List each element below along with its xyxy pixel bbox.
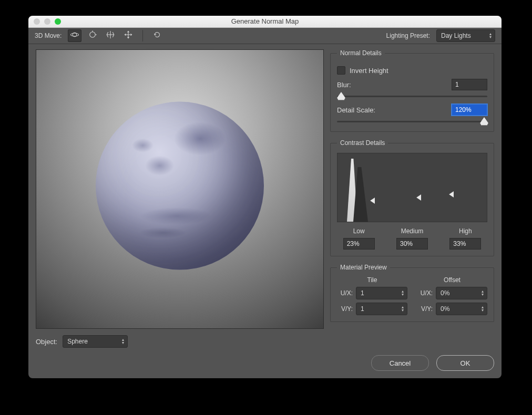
contrast-low-value: 23% <box>347 240 360 247</box>
preview-object <box>96 102 264 270</box>
ok-button-label: OK <box>461 359 470 367</box>
tile-ux-select[interactable]: 1 ▴▾ <box>356 287 407 299</box>
lighting-preset-label: Lighting Preset: <box>386 32 430 39</box>
tile-vy-select[interactable]: 1 ▴▾ <box>356 303 407 315</box>
invert-height-checkbox[interactable] <box>337 66 345 75</box>
contrast-medium-label: Medium <box>401 227 424 235</box>
chevron-updown-icon: ▴▾ <box>482 290 484 296</box>
tile-vy-label: V/Y: <box>337 305 353 313</box>
material-preview-legend: Material Preview <box>337 264 390 271</box>
reset-view-button[interactable] <box>150 29 164 42</box>
blur-label: Blur: <box>337 81 351 89</box>
cancel-button-label: Cancel <box>390 359 411 367</box>
dialog-button-row: Cancel OK <box>36 353 494 371</box>
preview-viewport[interactable] <box>36 49 324 329</box>
tile-ux-value: 1 <box>361 289 364 297</box>
dialog-generate-normal-map: Generate Normal Map 3D Move: <box>28 16 502 378</box>
detail-scale-slider[interactable] <box>337 118 487 125</box>
contrast-histogram[interactable] <box>337 153 487 222</box>
orbit-tool-button[interactable] <box>68 29 81 42</box>
3d-move-label: 3D Move: <box>35 32 62 39</box>
pan-tool-button[interactable] <box>104 29 117 42</box>
contrast-medium-input[interactable]: 30% <box>396 238 428 250</box>
tile-heading: Tile <box>337 276 407 284</box>
contrast-handle-medium[interactable] <box>416 194 421 201</box>
offset-vy-label: V/Y: <box>417 305 433 313</box>
move-tool-button[interactable] <box>121 29 135 42</box>
contrast-handle-high[interactable] <box>449 191 454 198</box>
chevron-updown-icon: ▴▾ <box>482 306 484 312</box>
offset-vy-select[interactable]: 0% ▴▾ <box>436 303 487 315</box>
normal-details-legend: Normal Details <box>337 49 385 57</box>
contrast-handle-low[interactable] <box>370 198 375 204</box>
blur-slider[interactable] <box>337 92 487 100</box>
contrast-low-label: Low <box>353 227 365 235</box>
blur-input[interactable]: 1 <box>452 79 487 90</box>
tile-ux-label: U/X: <box>337 289 353 297</box>
contrast-details-legend: Contrast Details <box>337 139 388 147</box>
material-preview-panel: Material Preview Tile U/X: 1 ▴▾ <box>330 264 494 322</box>
object-value: Sphere <box>67 338 88 345</box>
svg-point-1 <box>71 33 79 36</box>
titlebar: Generate Normal Map <box>28 16 502 28</box>
tile-vy-value: 1 <box>361 305 364 313</box>
detail-scale-value: 120% <box>455 106 472 113</box>
undo-icon <box>152 30 162 41</box>
contrast-high-label: High <box>459 227 472 235</box>
pan-icon <box>106 30 115 41</box>
slider-thumb[interactable] <box>480 117 488 126</box>
offset-ux-select[interactable]: 0% ▴▾ <box>436 287 487 299</box>
ok-button[interactable]: OK <box>436 355 494 371</box>
lighting-preset-value: Day Lights <box>441 32 471 39</box>
orbit-icon <box>70 30 79 41</box>
cancel-button[interactable]: Cancel <box>371 355 429 371</box>
window-title: Generate Normal Map <box>28 17 502 25</box>
slider-thumb[interactable] <box>337 92 345 100</box>
object-label: Object: <box>36 338 57 346</box>
contrast-high-input[interactable]: 33% <box>449 238 481 250</box>
chevron-updown-icon: ▴▾ <box>402 290 404 296</box>
object-select[interactable]: Sphere ▴▾ <box>63 335 128 348</box>
chevron-updown-icon: ▴▾ <box>402 306 404 312</box>
roll-icon <box>88 30 97 41</box>
chevron-updown-icon: ▴▾ <box>122 338 124 345</box>
offset-heading: Offset <box>417 276 487 284</box>
roll-tool-button[interactable] <box>86 29 99 42</box>
blur-value: 1 <box>455 81 459 88</box>
contrast-medium-value: 30% <box>400 240 413 247</box>
detail-scale-input[interactable]: 120% <box>452 104 487 116</box>
contrast-high-value: 33% <box>453 240 466 247</box>
offset-ux-value: 0% <box>441 289 449 297</box>
contrast-low-input[interactable]: 23% <box>343 238 375 250</box>
svg-point-2 <box>90 32 96 38</box>
detail-scale-label: Detail Scale: <box>337 106 375 114</box>
toolbar-divider <box>142 30 143 42</box>
contrast-details-panel: Contrast Details Low <box>330 139 494 256</box>
toolbar: 3D Move: Lightin <box>28 28 502 44</box>
move-arrows-icon <box>124 30 133 41</box>
offset-vy-value: 0% <box>441 305 449 313</box>
normal-details-panel: Normal Details Invert Height Blur: 1 <box>330 49 494 132</box>
chevron-updown-icon: ▴▾ <box>489 33 492 39</box>
offset-ux-label: U/X: <box>417 289 433 297</box>
lighting-preset-select[interactable]: Day Lights ▴▾ <box>436 29 495 42</box>
invert-height-label: Invert Height <box>350 67 388 75</box>
